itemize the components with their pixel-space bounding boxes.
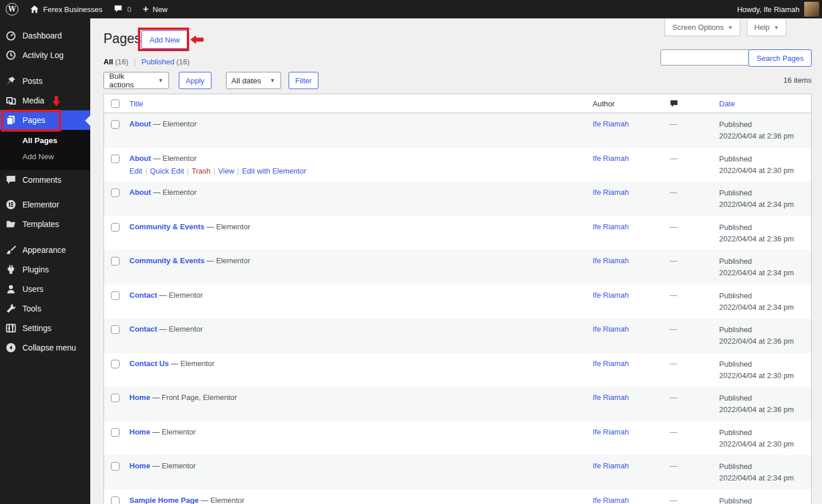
column-header-title[interactable]: Title bbox=[129, 99, 593, 108]
howdy-text[interactable]: Howdy, Ife Riamah bbox=[737, 5, 800, 14]
sidebar-item-dashboard[interactable]: Dashboard bbox=[0, 26, 90, 45]
sidebar-item-templates[interactable]: Templates bbox=[0, 214, 90, 234]
view-all-count: (16) bbox=[115, 57, 128, 66]
row-checkbox[interactable] bbox=[111, 120, 120, 129]
column-header-date[interactable]: Date bbox=[719, 99, 811, 108]
page-title-link[interactable]: About bbox=[129, 154, 151, 163]
table-row: About — Elementor Ife Riamah — Published… bbox=[104, 182, 811, 216]
author-link[interactable]: Ife Riamah bbox=[593, 256, 629, 265]
admin-bar-new[interactable]: + New bbox=[137, 0, 174, 18]
row-checkbox[interactable] bbox=[111, 155, 120, 163]
sidebar-item-add-new[interactable]: Add New bbox=[0, 149, 90, 165]
view-all-link[interactable]: All bbox=[103, 57, 113, 66]
sidebar-item-collapse-menu[interactable]: Collapse menu bbox=[0, 338, 90, 357]
page-title-link[interactable]: Home bbox=[129, 393, 150, 402]
row-checkbox[interactable] bbox=[111, 291, 120, 300]
status-text: Published bbox=[719, 256, 811, 267]
screen-options-tab[interactable]: Screen Options ▼ bbox=[664, 19, 740, 36]
sidebar-item-pages[interactable]: Pages bbox=[0, 110, 90, 130]
comments-dash: — bbox=[667, 182, 719, 216]
sidebar-item-activity-log[interactable]: Activity Log bbox=[0, 45, 90, 65]
author-link[interactable]: Ife Riamah bbox=[593, 496, 629, 504]
comments-dash: — bbox=[667, 113, 719, 148]
page-title-suffix: — Elementor bbox=[150, 461, 195, 470]
row-action-quick-edit[interactable]: Quick Edit bbox=[150, 167, 184, 175]
sidebar-label: Activity Log bbox=[22, 51, 64, 60]
row-action-edit-with-elementor[interactable]: Edit with Elementor bbox=[242, 167, 306, 175]
row-checkbox[interactable] bbox=[111, 360, 120, 368]
sidebar-item-elementor[interactable]: Elementor bbox=[0, 195, 90, 214]
page-title-link[interactable]: Home bbox=[129, 428, 150, 436]
row-checkbox[interactable] bbox=[111, 257, 120, 266]
apply-button[interactable]: Apply bbox=[179, 72, 212, 89]
filter-button[interactable]: Filter bbox=[289, 72, 319, 89]
collapse-arrow-icon bbox=[5, 342, 17, 353]
row-checkbox[interactable] bbox=[111, 325, 120, 334]
page-title-link[interactable]: Contact bbox=[129, 325, 157, 333]
sidebar-item-media[interactable]: Media bbox=[0, 91, 90, 110]
search-pages-button[interactable]: Search Pages bbox=[748, 49, 812, 67]
date-text: 2022/04/04 at 2:36 pm bbox=[719, 233, 811, 245]
status-text: Published bbox=[719, 359, 811, 370]
search-input[interactable] bbox=[660, 49, 754, 66]
author-link[interactable]: Ife Riamah bbox=[593, 120, 629, 128]
author-link[interactable]: Ife Riamah bbox=[593, 222, 629, 231]
sidebar-label: Tools bbox=[22, 304, 41, 313]
page-title-link[interactable]: Community & Events bbox=[129, 222, 205, 231]
avatar[interactable] bbox=[804, 2, 819, 17]
page-title-link[interactable]: Home bbox=[129, 461, 150, 470]
date-text: 2022/04/04 at 2:30 pm bbox=[719, 165, 811, 176]
row-action-trash[interactable]: Trash bbox=[191, 167, 210, 175]
help-tab[interactable]: Help ▼ bbox=[747, 19, 786, 36]
wordpress-menu[interactable]: W bbox=[0, 0, 24, 18]
site-name-link[interactable]: Ferex Businesses bbox=[24, 0, 108, 18]
date-cell: Published 2022/04/04 at 2:34 pm bbox=[719, 250, 811, 284]
author-link[interactable]: Ife Riamah bbox=[593, 428, 629, 436]
user-icon bbox=[5, 283, 17, 295]
sidebar-label: Templates bbox=[22, 220, 59, 229]
sidebar-item-users[interactable]: Users bbox=[0, 279, 90, 299]
status-text: Published bbox=[719, 187, 811, 199]
row-checkbox[interactable] bbox=[111, 223, 120, 232]
author-link[interactable]: Ife Riamah bbox=[593, 359, 629, 368]
row-checkbox[interactable] bbox=[111, 188, 120, 197]
sidebar-item-posts[interactable]: Posts bbox=[0, 71, 90, 91]
all-dates-select[interactable]: All dates ▼ bbox=[226, 72, 281, 89]
comments-dash: — bbox=[667, 148, 719, 182]
author-link[interactable]: Ife Riamah bbox=[593, 393, 629, 402]
table-row: Home — Elementor Ife Riamah — Published … bbox=[104, 455, 811, 490]
page-title-link[interactable]: Community & Events bbox=[129, 256, 205, 265]
page-title-link[interactable]: About bbox=[129, 188, 151, 197]
select-all-checkbox[interactable] bbox=[111, 99, 120, 108]
row-action-edit[interactable]: Edit bbox=[129, 167, 142, 175]
sidebar-item-settings[interactable]: Settings bbox=[0, 318, 90, 338]
author-link[interactable]: Ife Riamah bbox=[593, 325, 629, 333]
page-title-link[interactable]: Contact Us bbox=[129, 359, 169, 368]
add-new-button[interactable]: Add New bbox=[141, 30, 188, 49]
bulk-actions-label: Bulk actions bbox=[109, 72, 150, 89]
sidebar-item-all-pages[interactable]: All Pages bbox=[0, 133, 90, 149]
row-checkbox[interactable] bbox=[111, 462, 120, 471]
page-title-link[interactable]: Contact bbox=[129, 291, 157, 299]
sidebar-item-appearance[interactable]: Appearance bbox=[0, 240, 90, 260]
bulk-actions-select[interactable]: Bulk actions ▼ bbox=[103, 72, 169, 89]
author-link[interactable]: Ife Riamah bbox=[593, 188, 629, 197]
comments-column-icon[interactable] bbox=[670, 99, 678, 108]
author-link[interactable]: Ife Riamah bbox=[593, 154, 629, 163]
views-filter: All (16) | Published (16) bbox=[103, 57, 190, 66]
author-link[interactable]: Ife Riamah bbox=[593, 291, 629, 299]
row-action-view[interactable]: View bbox=[218, 167, 235, 175]
comments-dash: — bbox=[667, 490, 719, 504]
page-title-link[interactable]: Sample Home Page bbox=[129, 496, 199, 504]
row-checkbox[interactable] bbox=[111, 394, 120, 402]
row-checkbox[interactable] bbox=[111, 497, 120, 504]
sidebar-item-plugins[interactable]: Plugins bbox=[0, 260, 90, 279]
author-link[interactable]: Ife Riamah bbox=[593, 461, 629, 470]
admin-bar-comments[interactable]: 0 bbox=[108, 0, 137, 18]
row-checkbox[interactable] bbox=[111, 428, 120, 437]
page-title-link[interactable]: About bbox=[129, 120, 151, 128]
table-row: Sample Home Page — Elementor Ife Riamah … bbox=[104, 490, 811, 504]
sidebar-item-tools[interactable]: Tools bbox=[0, 299, 90, 318]
sidebar-item-comments[interactable]: Comments bbox=[0, 170, 90, 190]
view-published-link[interactable]: Published bbox=[141, 57, 174, 66]
